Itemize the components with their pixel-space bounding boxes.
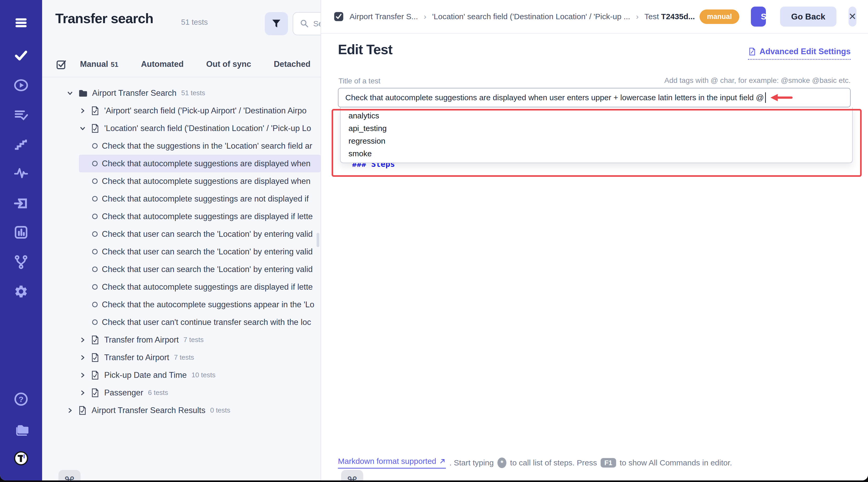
chevron-right-icon[interactable]: [79, 389, 86, 396]
tree-suite[interactable]: Transfer from Airport 7 tests: [42, 331, 320, 349]
tree-node-label: Pick-up Date and Time: [104, 371, 187, 380]
filter-button[interactable]: [265, 12, 288, 35]
editor-title: Edit Test: [338, 41, 393, 57]
doc-check-icon: [90, 353, 100, 362]
tab-manual-label: Manual: [80, 60, 108, 69]
close-button[interactable]: ✕: [848, 7, 857, 27]
tree-test[interactable]: Check that user can search the 'Location…: [42, 243, 320, 260]
list-check-icon[interactable]: [14, 107, 28, 122]
tree-node-label: Transfer from Airport: [104, 335, 179, 345]
breadcrumb-segment[interactable]: 'Location' search field ('Destination Lo…: [432, 12, 630, 21]
tree-suite[interactable]: Transfer to Airport 7 tests: [42, 349, 320, 366]
tree-results-folder[interactable]: Airport Transfer Search Results 0 tests: [42, 401, 320, 419]
chevron-down-icon[interactable]: [79, 125, 86, 132]
editor-footer-hint: Markdown format supported . Start typing…: [338, 457, 732, 469]
tree-suite[interactable]: Pick-up Date and Time 10 tests: [42, 366, 320, 384]
tab-out-of-sync[interactable]: Out of sync: [206, 60, 251, 69]
tree-test[interactable]: Check that user can search the 'Location…: [42, 225, 320, 243]
chevron-down-icon[interactable]: [66, 90, 74, 97]
tab-automated[interactable]: Automated: [141, 60, 184, 69]
avatar[interactable]: [14, 451, 28, 466]
test-label: Check that autocomplete suggestions are …: [102, 176, 311, 186]
markdown-supported-link[interactable]: Markdown format supported: [338, 457, 446, 469]
tree-root-folder[interactable]: Airport Transfer Search 51 tests: [42, 84, 320, 102]
funnel-icon: [270, 18, 283, 30]
test-label: Check that the suggestions in the 'Locat…: [102, 141, 312, 151]
advanced-edit-settings-label: Advanced Edit Settings: [760, 47, 850, 56]
search-placeholder: Search [C: [313, 19, 321, 28]
chevron-right-icon[interactable]: [79, 336, 86, 344]
test-bullet-icon: [92, 214, 98, 219]
chevron-right-icon[interactable]: [79, 354, 86, 361]
command-key-badge[interactable]: ⌘: [58, 470, 81, 480]
tree-test[interactable]: Check that user can search the 'Location…: [42, 260, 320, 278]
test-bullet-icon: [92, 302, 98, 307]
play-circle-icon[interactable]: [14, 78, 28, 93]
go-back-button[interactable]: Go Back: [780, 7, 836, 27]
menu-icon[interactable]: [14, 15, 28, 30]
tests-check-icon[interactable]: [14, 48, 28, 63]
save-button[interactable]: Save: [751, 7, 766, 27]
tag-suggestion[interactable]: analytics: [341, 109, 852, 122]
settings-doc-icon: [748, 47, 756, 56]
tree-test[interactable]: Check that the suggestions in the 'Locat…: [42, 137, 320, 155]
test-bullet-icon: [92, 196, 98, 201]
gear-icon[interactable]: [14, 284, 28, 299]
doc-check-icon: [90, 106, 100, 116]
external-link-icon: [439, 458, 446, 464]
chevron-right-icon[interactable]: [66, 407, 74, 414]
chevron-right-icon[interactable]: [79, 107, 86, 115]
tree-suite[interactable]: 'Airport' search field ('Pick-up Airport…: [42, 102, 320, 120]
tree-node-label: Passenger: [104, 388, 143, 397]
import-icon[interactable]: [14, 196, 28, 211]
test-title-input[interactable]: Check that autocomplete suggestions are …: [338, 88, 850, 107]
tree-suite[interactable]: 'Location' search field ('Destination Lo…: [42, 120, 320, 137]
tree-suite[interactable]: Passenger 6 tests: [42, 384, 320, 401]
tab-manual-count: 51: [111, 61, 118, 69]
doc-check-icon: [90, 388, 100, 398]
test-label: Check that user can search the 'Location…: [102, 247, 313, 257]
save-split-button[interactable]: Save: [751, 7, 766, 27]
test-bullet-icon: [92, 161, 98, 166]
tree-node-label: Airport Transfer Search Results: [92, 406, 205, 415]
breadcrumb-test-segment[interactable]: Test T2435d...: [644, 12, 695, 21]
tree-test[interactable]: Check that autocomplete suggestings are …: [42, 278, 320, 296]
command-key-badge[interactable]: ⌘: [341, 470, 363, 480]
tree-tabs: Manual 51 Automated Out of sync Detached…: [42, 52, 320, 77]
tree-test[interactable]: Check that autocomplete suggestions are …: [42, 172, 320, 190]
page-title: Transfer search: [55, 10, 153, 26]
test-label: Check that autocomplete suggestings are …: [102, 194, 309, 204]
test-label: Check that autocomplete suggestings are …: [102, 282, 313, 292]
breadcrumb-separator: ›: [424, 12, 426, 21]
bar-chart-icon[interactable]: [14, 225, 28, 240]
tree-test-selected[interactable]: Check that autocomplete suggestions are …: [79, 155, 320, 172]
git-branch-icon[interactable]: [14, 254, 28, 269]
tree-test[interactable]: Check that autocomplete suggestings are …: [42, 207, 320, 225]
text-cursor: [765, 92, 766, 103]
tab-manual[interactable]: Manual 51: [80, 60, 118, 69]
tab-detached[interactable]: Detached: [274, 60, 311, 69]
pulse-icon[interactable]: [14, 166, 28, 181]
tag-suggestion[interactable]: smoke: [341, 147, 852, 160]
tag-suggestion[interactable]: api_testing: [341, 122, 852, 135]
help-icon[interactable]: ?: [14, 392, 28, 407]
breadcrumb-test-prefix: Test: [644, 12, 661, 21]
search-input[interactable]: Search [C: [293, 12, 321, 35]
tag-suggestion[interactable]: regression: [341, 135, 852, 147]
select-tests-icon[interactable]: [55, 58, 67, 70]
steps-icon[interactable]: [14, 136, 28, 151]
tree-node-label: 'Airport' search field ('Pick-up Airport…: [104, 106, 307, 116]
test-bullet-icon: [92, 231, 98, 237]
folders-icon[interactable]: [14, 421, 28, 436]
tree-test[interactable]: Check that autocomplete suggestings are …: [42, 190, 320, 207]
tree-test[interactable]: Check that user can't continue transfer …: [42, 313, 320, 331]
tree-node-count: 7 tests: [174, 353, 194, 361]
chevron-right-icon[interactable]: [79, 372, 86, 379]
breadcrumb-segment[interactable]: Airport Transfer S...: [349, 12, 418, 21]
advanced-edit-settings-link[interactable]: Advanced Edit Settings: [748, 47, 850, 60]
tree-test[interactable]: Check that the autocomplete suggestions …: [42, 296, 320, 313]
tree-node-count: 0 tests: [210, 406, 230, 414]
suite-test-count: 51 tests: [181, 18, 208, 27]
tree-scrollbar[interactable]: [317, 233, 319, 247]
test-bullet-icon: [92, 266, 98, 272]
